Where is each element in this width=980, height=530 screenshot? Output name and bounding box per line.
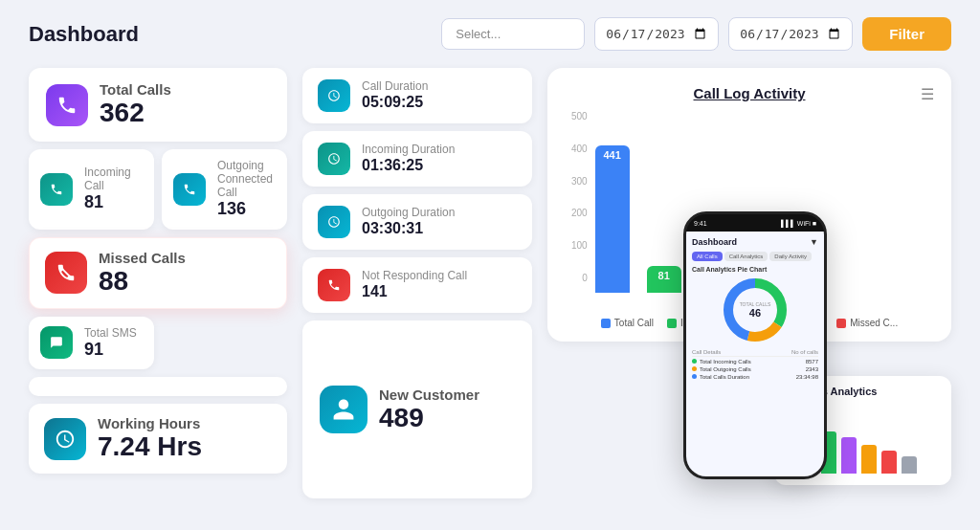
incoming-call-content: Incoming Call 81	[84, 166, 143, 213]
outgoing-call-icon	[173, 173, 206, 206]
phone-row-outgoing-val: 2343	[806, 366, 818, 372]
chart-section: Call Log Activity ☰ 500 400 300 200 100 …	[547, 68, 951, 498]
new-customer-value: 489	[379, 403, 479, 433]
mini-bar-3	[841, 437, 857, 474]
working-hours-value: 7.24 Hrs	[98, 431, 202, 462]
missed-calls-icon	[45, 252, 87, 294]
total-sms-value: 91	[84, 340, 137, 361]
new-customer-label: New Customer	[379, 386, 479, 403]
small-cards-row1: Incoming Call 81 Outgoing Connected Call…	[29, 149, 287, 230]
chart-menu-icon[interactable]: ☰	[921, 85, 934, 103]
main-content: Total Calls 362 Incoming Call 81	[29, 68, 951, 498]
mini-bar-4	[861, 445, 877, 474]
phone-app-title: Dashboard	[692, 237, 737, 247]
incoming-duration-content: Incoming Duration 01:36:25	[362, 143, 455, 174]
outgoing-call-value: 136	[217, 199, 276, 220]
chart-title: Call Log Activity	[567, 85, 932, 101]
phone-header-bar: Dashboard ▼	[692, 237, 818, 247]
incoming-duration-label: Incoming Duration	[362, 143, 455, 156]
legend-total-label: Total Call	[614, 318, 654, 328]
phone-row-incoming-val: 8577	[806, 359, 818, 364]
outgoing-duration-content: Outgoing Duration 03:30:31	[362, 206, 455, 237]
bar-group-total: 441	[595, 145, 630, 293]
incoming-call-value: 81	[84, 192, 143, 213]
missed-calls-label: Missed Calls	[99, 250, 186, 266]
date-from-input[interactable]	[594, 17, 719, 51]
clock-icon	[44, 418, 86, 460]
call-duration-value: 05:09:25	[362, 93, 428, 111]
incoming-duration-value: 01:36:25	[362, 156, 455, 174]
phone-row-incoming: Total Incoming Calls 8577	[692, 359, 818, 364]
dashboard-page: Dashboard Select... Filter Total Calls 3…	[0, 0, 980, 530]
outgoing-duration-label: Outgoing Duration	[362, 206, 455, 219]
legend-total: Total Call	[601, 318, 654, 328]
filter-button[interactable]: Filter	[862, 17, 951, 51]
phone-table-header: Call Details No of calls	[692, 349, 818, 357]
not-responding-label: Not Responding Call	[362, 269, 467, 282]
bar-incoming-label: 81	[658, 266, 670, 281]
phone-tab-analytics[interactable]: Call Analytics	[724, 252, 768, 261]
total-sms-content: Total SMS 91	[84, 326, 137, 361]
legend-total-dot	[601, 319, 611, 328]
working-hours-card	[29, 377, 287, 396]
outgoing-call-label: Outgoing Connected Call	[217, 159, 276, 199]
phone-row-outgoing: Total Outgoing Calls 2343	[692, 366, 818, 372]
left-panel: Total Calls 362 Incoming Call 81	[29, 68, 287, 498]
filter-select[interactable]: Select...	[441, 18, 585, 50]
bar-total-label: 441	[604, 145, 621, 161]
not-responding-value: 141	[362, 282, 467, 300]
legend-missed-label: Missed C...	[850, 318, 898, 328]
phone-status-bar: 9:41 ▌▌▌ WiFi ■	[686, 214, 824, 232]
not-responding-card: Not Responding Call 141	[302, 257, 532, 313]
phone-screen: Dashboard ▼ All Calls Call Analytics Dai…	[686, 232, 824, 476]
total-calls-label: Total Calls	[100, 81, 171, 98]
call-duration-card: Call Duration 05:09:25	[302, 68, 532, 123]
missed-calls-value: 88	[99, 266, 186, 297]
phone-time: 9:41	[694, 220, 707, 227]
incoming-duration-icon	[318, 143, 350, 175]
missed-calls-card: Missed Calls 88	[29, 237, 287, 309]
total-calls-value: 362	[100, 98, 171, 128]
bar-group-incoming: 81	[647, 266, 681, 293]
phone-filter-icon: ▼	[810, 237, 818, 247]
new-customer-card: New Customer 489	[302, 320, 532, 498]
call-duration-label: Call Duration	[362, 79, 428, 93]
legend-missed-dot	[836, 319, 846, 328]
incoming-call-card: Incoming Call 81	[29, 149, 154, 230]
small-cards-row2: Total SMS 91	[29, 317, 287, 397]
working-hours-content: Working Hours 7.24 Hrs	[98, 415, 202, 462]
chart-y-axis: 500 400 300 200 100 0	[571, 111, 588, 302]
working-hours-card: Working Hours 7.24 Hrs	[29, 404, 287, 474]
phone-tab-daily[interactable]: Daily Activity	[769, 252, 812, 261]
phone-icon	[46, 84, 88, 126]
mini-bar-6	[902, 456, 917, 474]
phone-tab-all-calls[interactable]: All Calls	[692, 252, 723, 261]
date-to-input[interactable]	[728, 17, 853, 51]
total-sms-label: Total SMS	[84, 326, 137, 340]
incoming-call-icon	[40, 173, 73, 206]
phone-tabs: All Calls Call Analytics Daily Activity	[692, 252, 818, 261]
phone-chart-section-title: Call Analytics Pie Chart	[692, 266, 818, 273]
legend-missed: Missed C...	[836, 318, 898, 328]
total-calls-card: Total Calls 362	[29, 68, 287, 142]
incoming-call-label: Incoming Call	[84, 166, 143, 192]
phone-table: Call Details No of calls Total Incoming …	[692, 349, 818, 380]
bar-incoming: 81	[647, 266, 681, 293]
working-hours-label: Working Hours	[98, 415, 202, 431]
mini-bar-5	[881, 451, 897, 474]
outgoing-call-card: Outgoing Connected Call 136	[162, 149, 287, 230]
outgoing-call-content: Outgoing Connected Call 136	[217, 159, 276, 220]
new-customer-content: New Customer 489	[379, 386, 479, 433]
outgoing-duration-card: Outgoing Duration 03:30:31	[302, 194, 532, 250]
missed-calls-content: Missed Calls 88	[99, 250, 186, 297]
phone-row-duration-val: 23:34:98	[796, 374, 818, 380]
page-title: Dashboard	[29, 22, 139, 47]
phone-col-details: Call Details	[692, 349, 721, 355]
call-duration-content: Call Duration 05:09:25	[362, 79, 428, 111]
total-calls-content: Total Calls 362	[100, 81, 171, 128]
sms-icon	[40, 326, 73, 359]
total-sms-card: Total SMS 91	[29, 317, 154, 370]
call-duration-icon	[318, 79, 350, 112]
phone-mockup: 9:41 ▌▌▌ WiFi ■ Dashboard ▼ All Calls Ca…	[683, 211, 827, 479]
not-responding-content: Not Responding Call 141	[362, 269, 467, 300]
